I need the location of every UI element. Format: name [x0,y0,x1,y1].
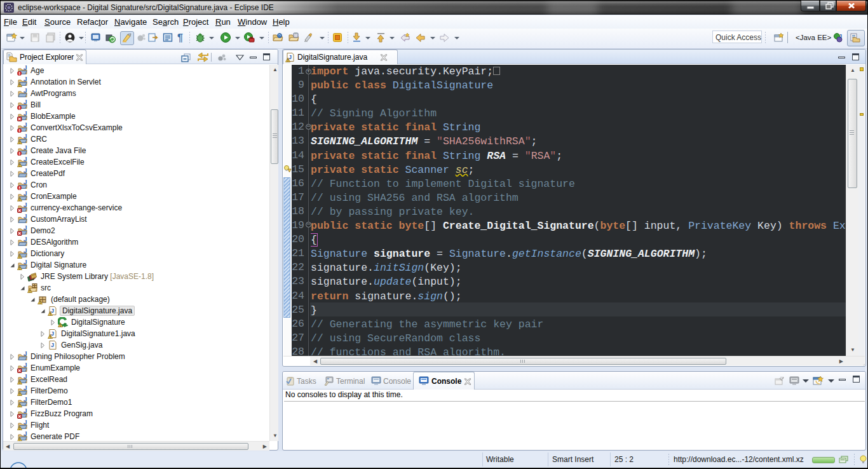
svg-text:J: J [839,33,842,39]
svg-text:¶: ¶ [177,32,183,43]
